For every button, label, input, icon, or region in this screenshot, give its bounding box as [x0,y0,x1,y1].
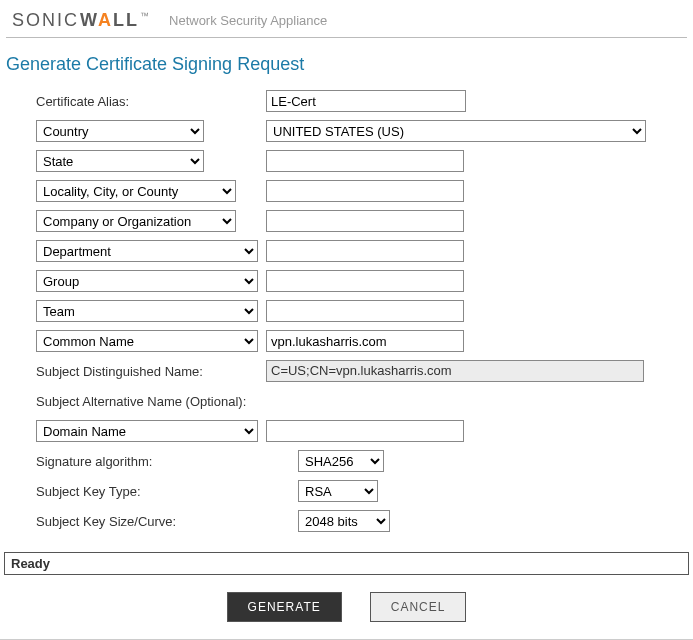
header: SONIC WALL ™ Network Security Appliance [0,0,693,37]
country-attr-select[interactable]: Country [36,120,204,142]
sdn-label: Subject Distinguished Name: [36,364,203,379]
department-input[interactable] [266,240,464,262]
cancel-button[interactable]: CANCEL [370,592,467,622]
team-input[interactable] [266,300,464,322]
logo-text-wall: WALL [80,10,139,31]
logo-trademark: ™ [140,11,149,21]
sig-algo-label: Signature algorithm: [36,454,152,469]
team-attr-select[interactable]: Team [36,300,258,322]
logo-swoosh-icon: A [98,10,113,30]
common-name-input[interactable] [266,330,464,352]
csr-form: Certificate Alias: Country UNITED STATES… [0,89,693,533]
state-input[interactable] [266,150,464,172]
sig-algo-select[interactable]: SHA256 [298,450,384,472]
san-input[interactable] [266,420,464,442]
sonicwall-logo: SONIC WALL ™ [12,10,149,31]
group-attr-select[interactable]: Group [36,270,258,292]
alias-input[interactable] [266,90,466,112]
san-type-select[interactable]: Domain Name [36,420,258,442]
key-size-label: Subject Key Size/Curve: [36,514,176,529]
generate-button[interactable]: GENERATE [227,592,342,622]
logo-text-sonic: SONIC [12,10,79,31]
status-bar: Ready [4,552,689,575]
header-subtitle: Network Security Appliance [169,13,327,28]
locality-input[interactable] [266,180,464,202]
company-input[interactable] [266,210,464,232]
group-input[interactable] [266,270,464,292]
alias-label: Certificate Alias: [36,94,129,109]
company-attr-select[interactable]: Company or Organization [36,210,236,232]
key-size-select[interactable]: 2048 bits [298,510,390,532]
key-type-label: Subject Key Type: [36,484,141,499]
button-row: GENERATE CANCEL [0,592,693,622]
sdn-readonly: C=US;CN=vpn.lukasharris.com [266,360,644,382]
locality-attr-select[interactable]: Locality, City, or County [36,180,236,202]
department-attr-select[interactable]: Department [36,240,258,262]
common-name-attr-select[interactable]: Common Name [36,330,258,352]
state-attr-select[interactable]: State [36,150,204,172]
country-value-select[interactable]: UNITED STATES (US) [266,120,646,142]
san-label: Subject Alternative Name (Optional): [36,394,246,409]
key-type-select[interactable]: RSA [298,480,378,502]
page-title: Generate Certificate Signing Request [0,38,693,89]
